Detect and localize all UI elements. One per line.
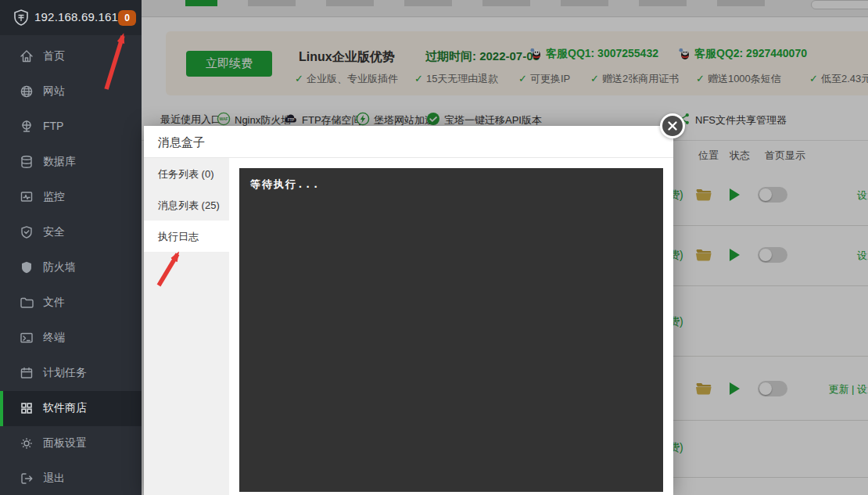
sidebar-menu: 首页 网站 FTP 数据库 监控 安全 防火墙 文件 终端 计划任务 xyxy=(0,39,142,495)
home-icon xyxy=(19,48,34,64)
sidebar-item-软件商店[interactable]: 软件商店 xyxy=(0,391,142,426)
modal-tab-任务列表 (0)[interactable]: 任务列表 (0) xyxy=(144,158,229,189)
server-ip: 192.168.69.161 xyxy=(34,10,118,23)
modal-header: 消息盒子 xyxy=(144,126,673,158)
firewall-icon xyxy=(19,260,34,275)
sidebar-header: 192.168.69.161 0 xyxy=(0,0,142,35)
sidebar-item-监控[interactable]: 监控 xyxy=(0,180,142,215)
logout-icon xyxy=(19,471,34,486)
sidebar-item-网站[interactable]: 网站 xyxy=(0,74,142,109)
sidebar-item-label: 防火墙 xyxy=(43,260,76,274)
modal-tab-label: 任务列表 (0) xyxy=(158,167,214,181)
sidebar-item-label: 数据库 xyxy=(43,155,76,169)
modal-tab-执行日志[interactable]: 执行日志 xyxy=(144,221,229,252)
sidebar-item-首页[interactable]: 首页 xyxy=(0,39,142,74)
terminal-icon xyxy=(19,330,34,346)
sidebar-item-label: 监控 xyxy=(43,190,65,204)
sidebar-item-FTP[interactable]: FTP xyxy=(0,109,142,145)
sidebar-item-退出[interactable]: 退出 xyxy=(0,461,142,495)
modal-title: 消息盒子 xyxy=(158,135,205,150)
sidebar-item-label: 文件 xyxy=(43,296,65,310)
website-icon xyxy=(19,84,34,99)
sidebar-item-计划任务[interactable]: 计划任务 xyxy=(0,356,142,391)
sidebar-item-label: FTP xyxy=(43,120,63,132)
sidebar-item-label: 计划任务 xyxy=(43,366,87,380)
cron-icon xyxy=(19,365,34,381)
sidebar-item-数据库[interactable]: 数据库 xyxy=(0,145,142,180)
security-icon xyxy=(19,224,34,240)
sidebar-item-安全[interactable]: 安全 xyxy=(0,215,142,250)
sidebar-item-防火墙[interactable]: 防火墙 xyxy=(0,250,142,285)
sidebar-item-label: 退出 xyxy=(43,472,65,486)
store-icon xyxy=(19,400,34,416)
sidebar-item-label: 安全 xyxy=(43,225,65,239)
bt-panel-screen: 立即续费 Linux企业版优势 过期时间: 2022-07-03 客服QQ1: … xyxy=(0,0,868,495)
files-icon xyxy=(19,295,34,310)
execution-log-console: 等待执行... xyxy=(239,168,663,492)
sidebar-item-label: 网站 xyxy=(43,84,65,99)
modal-tab-label: 执行日志 xyxy=(158,230,199,244)
sidebar-item-label: 首页 xyxy=(43,49,65,63)
sidebar-item-label: 软件商店 xyxy=(43,401,87,415)
modal-tab-list: 任务列表 (0)消息列表 (25)执行日志 xyxy=(144,158,229,495)
modal-tab-label: 消息列表 (25) xyxy=(158,199,220,213)
sidebar-item-label: 面板设置 xyxy=(43,436,87,450)
message-box-modal: 消息盒子 任务列表 (0)消息列表 (25)执行日志 等待执行... xyxy=(144,126,673,495)
sidebar: 192.168.69.161 0 首页 网站 FTP 数据库 监控 安全 防火墙… xyxy=(0,0,142,495)
monitor-icon xyxy=(19,189,34,205)
sidebar-item-终端[interactable]: 终端 xyxy=(0,321,142,356)
database-icon xyxy=(19,154,34,170)
message-count-badge[interactable]: 0 xyxy=(118,10,136,26)
modal-tab-消息列表 (25)[interactable]: 消息列表 (25) xyxy=(144,189,229,221)
sidebar-item-面板设置[interactable]: 面板设置 xyxy=(0,426,142,461)
shield-logo-icon xyxy=(12,9,30,27)
ftp-icon xyxy=(19,119,34,135)
sidebar-item-文件[interactable]: 文件 xyxy=(0,285,142,321)
settings-icon xyxy=(19,436,34,451)
sidebar-item-label: 终端 xyxy=(43,331,65,345)
modal-close-button[interactable] xyxy=(660,113,685,138)
